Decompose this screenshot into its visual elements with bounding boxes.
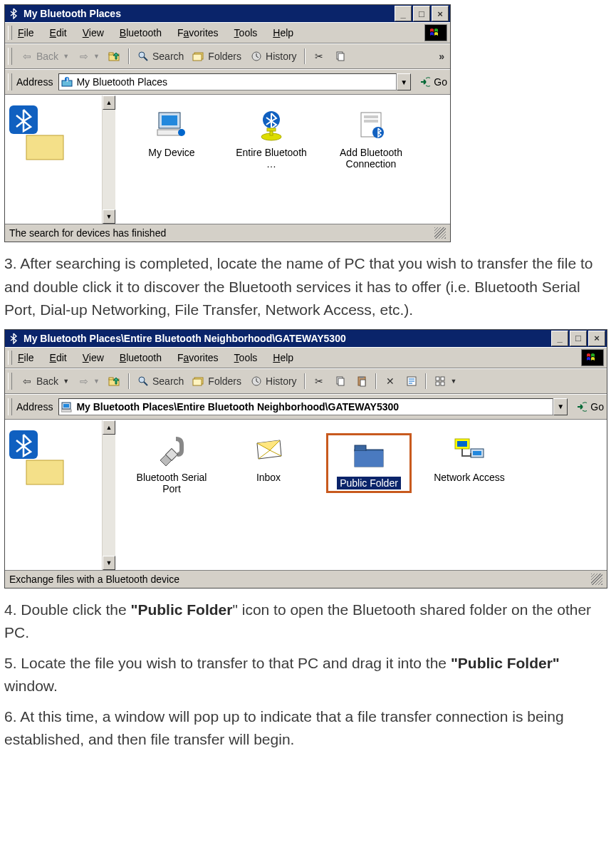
scroll-track[interactable]: [103, 110, 115, 209]
scrollbar[interactable]: ▲ ▼: [103, 420, 115, 570]
titlebar[interactable]: My Bluetooth Places\Entire Bluetooth Nei…: [5, 330, 607, 347]
copy-button[interactable]: [330, 373, 351, 389]
addressbar: Address My Bluetooth Places ▼ Go: [5, 69, 450, 95]
scissors-icon: ✂: [313, 50, 325, 63]
back-arrow-icon: ⇦: [21, 375, 33, 388]
scroll-down-button[interactable]: ▼: [103, 556, 115, 570]
address-field[interactable]: My Bluetooth Places: [58, 73, 397, 90]
step-4-text: 4. Double click the "Public Folder" icon…: [4, 598, 612, 645]
paste-button[interactable]: [351, 373, 372, 389]
item-my-device[interactable]: My Device: [132, 108, 211, 158]
up-button[interactable]: [104, 373, 125, 389]
minimize-button[interactable]: _: [395, 6, 412, 21]
grip: [8, 373, 12, 390]
forward-button[interactable]: ⇨ ▼: [73, 373, 104, 389]
item-network-access[interactable]: Network Access: [430, 433, 508, 483]
menu-help[interactable]: Help: [273, 27, 293, 38]
inbox-icon: [251, 433, 286, 467]
scroll-up-button[interactable]: ▲: [103, 420, 115, 435]
minimize-button[interactable]: _: [551, 331, 568, 346]
copy-button[interactable]: [330, 48, 351, 64]
svg-rect-53: [355, 445, 366, 451]
menu-view[interactable]: View: [83, 352, 104, 363]
menu-bluetooth[interactable]: Bluetooth: [120, 352, 162, 363]
history-button[interactable]: History: [246, 48, 301, 64]
back-button[interactable]: ⇦ Back ▼: [16, 373, 73, 389]
search-button[interactable]: Search: [132, 48, 188, 64]
svg-rect-47: [63, 404, 69, 408]
views-button[interactable]: ▼: [429, 373, 461, 389]
svg-rect-48: [61, 410, 71, 412]
address-label: Address: [16, 401, 53, 413]
up-button[interactable]: [104, 48, 125, 64]
folders-button[interactable]: Folders: [188, 373, 246, 389]
menu-edit[interactable]: Edit: [50, 352, 67, 363]
menu-help[interactable]: Help: [273, 352, 293, 363]
resize-grip[interactable]: [434, 227, 446, 239]
item-serial-port[interactable]: Bluetooth Serial Port: [132, 433, 211, 494]
close-button[interactable]: ×: [432, 6, 449, 21]
folders-icon: [192, 375, 205, 388]
toolbar-overflow[interactable]: »: [436, 51, 447, 62]
grip: [8, 398, 12, 415]
menu-favorites[interactable]: Favorites: [177, 352, 219, 363]
folder-up-icon: [108, 375, 121, 388]
scroll-up-button[interactable]: ▲: [103, 95, 115, 110]
scroll-track[interactable]: [103, 435, 115, 556]
cut-button[interactable]: ✂: [308, 373, 330, 389]
menu-bluetooth[interactable]: Bluetooth: [120, 27, 162, 38]
item-label: Inbox: [229, 472, 308, 483]
titlebar[interactable]: My Bluetooth Places _ □ ×: [5, 5, 450, 22]
grip: [8, 351, 12, 365]
serial-port-icon: [155, 433, 189, 467]
history-button[interactable]: History: [246, 373, 301, 389]
properties-button[interactable]: [401, 373, 422, 389]
close-button[interactable]: ×: [588, 331, 605, 346]
text-bold: "Public Folder: [130, 601, 232, 618]
back-button[interactable]: ⇦ Back ▼: [16, 48, 73, 64]
item-public-folder[interactable]: Public Folder: [326, 433, 412, 493]
menu-tools[interactable]: Tools: [234, 352, 258, 363]
search-label: Search: [152, 51, 184, 62]
menu-file[interactable]: File: [18, 352, 34, 363]
go-button[interactable]: Go: [418, 76, 447, 88]
window-gateway5300: My Bluetooth Places\Entire Bluetooth Nei…: [4, 329, 607, 589]
svg-rect-45: [441, 382, 444, 385]
item-entire-bluetooth[interactable]: Entire Bluetooth …: [232, 108, 310, 170]
bluetooth-globe-icon: [254, 108, 288, 142]
svg-rect-30: [109, 378, 113, 380]
menu-tools[interactable]: Tools: [234, 27, 258, 38]
address-field[interactable]: My Bluetooth Places\Entire Bluetooth Nei…: [58, 398, 553, 415]
scroll-down-button[interactable]: ▼: [103, 209, 115, 224]
content-area: ▲ ▼ My Device Entire Bluetooth …: [5, 95, 450, 224]
folder-up-icon: [108, 50, 121, 63]
item-label: My Device: [132, 147, 211, 158]
scrollbar[interactable]: ▲ ▼: [103, 95, 115, 224]
item-inbox[interactable]: Inbox: [229, 433, 308, 483]
address-dropdown[interactable]: ▼: [553, 398, 568, 415]
separator: [375, 373, 377, 389]
resize-grip[interactable]: [591, 574, 602, 585]
folders-button[interactable]: Folders: [188, 48, 246, 64]
go-button[interactable]: Go: [575, 400, 604, 413]
maximize-button[interactable]: □: [413, 6, 430, 21]
svg-point-18: [178, 129, 185, 136]
delete-button[interactable]: ✕: [380, 373, 401, 389]
forward-button[interactable]: ⇨ ▼: [73, 48, 104, 64]
step-5-text: 5. Locate the file you wish to transfer …: [4, 652, 612, 698]
menu-edit[interactable]: Edit: [50, 27, 67, 38]
maximize-button[interactable]: □: [570, 331, 587, 346]
folders-label: Folders: [208, 51, 241, 62]
text-bold: "Public Folder": [451, 655, 560, 671]
address-label: Address: [16, 76, 53, 88]
window-title: My Bluetooth Places: [24, 8, 395, 19]
svg-line-5: [144, 57, 147, 61]
cut-button[interactable]: ✂: [308, 48, 330, 64]
address-dropdown[interactable]: ▼: [397, 73, 411, 90]
menu-file[interactable]: File: [18, 27, 34, 38]
menu-view[interactable]: View: [83, 27, 104, 38]
item-label: Bluetooth Serial Port: [132, 472, 211, 494]
search-button[interactable]: Search: [132, 373, 188, 389]
item-add-connection[interactable]: Add Bluetooth Connection: [332, 108, 410, 170]
menu-favorites[interactable]: Favorites: [177, 27, 219, 38]
